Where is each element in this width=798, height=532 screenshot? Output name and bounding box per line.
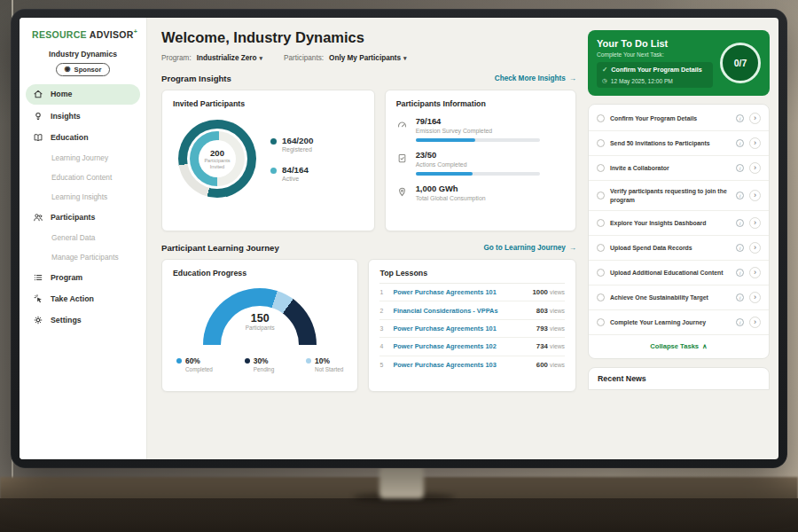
check-more-insights-link[interactable]: Check More Insights →	[495, 74, 576, 82]
completed-dot-icon	[176, 358, 182, 364]
info-icon[interactable]: i	[736, 164, 744, 172]
next-task-datetime: 12 May 2025, 12:00 PM	[611, 78, 673, 84]
chevron-right-icon[interactable]: ›	[749, 317, 761, 328]
lesson-link[interactable]: Power Purchase Agreements 103	[393, 361, 529, 369]
pending-dot-icon	[245, 358, 250, 364]
chevron-right-icon[interactable]: ›	[749, 242, 761, 254]
lesson-row[interactable]: 1 Power Purchase Agreements 101 1000 vie…	[379, 284, 565, 301]
chevron-down-icon: ▾	[259, 55, 262, 62]
info-icon[interactable]: i	[736, 139, 744, 147]
task-row-invite-collaborator[interactable]: Invite a Collaborator i ›	[589, 156, 769, 181]
recent-news-title: Recent News	[598, 374, 646, 383]
legend-item-active: 84/164 Active	[270, 165, 313, 182]
collapse-tasks-link[interactable]: Collapse Tasks ∧	[589, 335, 769, 356]
task-row-achieve-target[interactable]: Achieve One Sustainability Target i ›	[589, 286, 769, 310]
task-row-confirm-program[interactable]: Confirm Your Program Details i ›	[589, 106, 769, 131]
task-checkbox[interactable]	[597, 114, 605, 122]
sidebar-item-program[interactable]: Program	[20, 267, 146, 288]
sidebar-item-learning-insights[interactable]: Learning Insights	[20, 187, 146, 207]
todo-summary-card: Your To Do List Complete Your Next Task:…	[588, 30, 770, 96]
task-row-verify-participants[interactable]: Verify participants requesting to join t…	[589, 181, 769, 211]
task-row-complete-learning-journey[interactable]: Complete Your Learning Journey i ›	[589, 310, 769, 335]
logo-advisor: ADVISOR	[90, 29, 134, 40]
task-checkbox[interactable]	[597, 192, 605, 200]
participants-filter-label: Participants:	[284, 54, 324, 62]
sidebar-item-learning-journey[interactable]: Learning Journey	[20, 148, 146, 168]
lesson-link[interactable]: Power Purchase Agreements 101	[393, 288, 526, 296]
actions-icon	[396, 150, 408, 176]
lesson-row[interactable]: 3 Power Purchase Agreements 101 793 view…	[379, 320, 565, 338]
todo-task-list: Confirm Your Program Details i › Send 50…	[588, 104, 770, 359]
info-icon[interactable]: i	[736, 293, 744, 301]
chevron-right-icon[interactable]: ›	[749, 267, 761, 278]
go-to-learning-journey-link[interactable]: Go to Learning Journey →	[483, 244, 576, 252]
program-icon	[33, 272, 43, 283]
lesson-row[interactable]: 4 Power Purchase Agreements 102 734 view…	[379, 338, 565, 356]
chevron-right-icon[interactable]: ›	[749, 162, 761, 174]
sidebar: RESOURCE ADVISOR+ Industry Dynamics ◉ Sp…	[20, 18, 147, 459]
actions-progress-bar	[416, 172, 540, 176]
info-icon[interactable]: i	[736, 318, 744, 326]
donut-center-value: 200	[210, 148, 224, 158]
todo-subtitle: Complete Your Next Task:	[597, 51, 713, 58]
learning-cards-row: Education Progress 150 Participants 60% …	[161, 259, 576, 392]
task-checkbox[interactable]	[597, 318, 605, 326]
participants-filter-dropdown[interactable]: Only My Participants ▾	[329, 54, 407, 62]
participants-icon	[33, 212, 43, 223]
chevron-right-icon[interactable]: ›	[749, 137, 761, 149]
settings-gear-icon	[33, 315, 43, 325]
main-content: Welcome, Industry Dynamics Program: Indu…	[147, 18, 587, 459]
section-title: Program Insights	[161, 74, 231, 83]
recent-news-card[interactable]: Recent News	[588, 367, 770, 390]
next-task-chip[interactable]: ✓ Confirm Your Program Details ◷ 12 May …	[597, 62, 713, 88]
take-action-icon	[33, 293, 43, 304]
sidebar-item-home[interactable]: Home	[26, 84, 140, 105]
chevron-right-icon[interactable]: ›	[749, 292, 761, 303]
chevron-right-icon[interactable]: ›	[749, 217, 761, 229]
info-icon[interactable]: i	[736, 269, 744, 277]
info-icon[interactable]: i	[736, 114, 744, 122]
sidebar-item-education-content[interactable]: Education Content	[20, 168, 146, 187]
sidebar-item-label: Program	[51, 273, 82, 282]
sidebar-item-take-action[interactable]: Take Action	[20, 288, 146, 309]
chevron-right-icon[interactable]: ›	[749, 113, 761, 124]
legend-item-completed: 60% Completed	[176, 356, 213, 372]
sidebar-item-settings[interactable]: Settings	[20, 309, 146, 331]
sidebar-item-participants[interactable]: Participants	[20, 207, 146, 228]
home-icon	[33, 89, 43, 99]
info-icon[interactable]: i	[736, 192, 744, 200]
registered-dot-icon	[270, 138, 277, 145]
participants-information-card: Participants Information 79/164 Emission…	[385, 90, 576, 231]
task-checkbox[interactable]	[597, 139, 605, 147]
info-icon[interactable]: i	[736, 244, 744, 252]
education-gauge-chart: 150 Participants	[203, 288, 317, 345]
org-name: Industry Dynamics	[20, 50, 146, 59]
gauge-center-value: 150	[203, 312, 317, 325]
task-checkbox[interactable]	[597, 164, 605, 172]
task-checkbox[interactable]	[597, 269, 605, 277]
lesson-link[interactable]: Financial Considerations - VPPAs	[393, 307, 529, 315]
sponsor-icon: ◉	[65, 66, 71, 73]
lesson-row[interactable]: 5 Power Purchase Agreements 103 600 view…	[379, 356, 565, 373]
task-row-upload-educational-content[interactable]: Upload Additional Educational Content i …	[589, 261, 769, 286]
sidebar-item-general-data[interactable]: General Data	[20, 228, 146, 247]
task-checkbox[interactable]	[597, 219, 605, 227]
chevron-right-icon[interactable]: ›	[749, 190, 761, 201]
top-lessons-card: Top Lessons 1 Power Purchase Agreements …	[368, 259, 576, 392]
sidebar-item-label: Insights	[51, 112, 81, 121]
lesson-row[interactable]: 2 Financial Considerations - VPPAs 803 v…	[379, 301, 565, 319]
task-row-upload-spend-data[interactable]: Upload Spend Data Records i ›	[589, 236, 769, 261]
task-checkbox[interactable]	[597, 293, 605, 301]
sidebar-item-manage-participants[interactable]: Manage Participants	[20, 247, 146, 267]
program-filter-dropdown[interactable]: Industrialize Zero ▾	[197, 54, 262, 62]
sidebar-item-education[interactable]: Education	[20, 127, 146, 148]
info-icon[interactable]: i	[736, 219, 744, 227]
lesson-link[interactable]: Power Purchase Agreements 102	[393, 342, 529, 350]
sponsor-badge[interactable]: ◉ Sponsor	[56, 63, 111, 76]
task-checkbox[interactable]	[597, 244, 605, 252]
sidebar-item-insights[interactable]: Insights	[20, 106, 146, 127]
lesson-link[interactable]: Power Purchase Agreements 101	[393, 325, 529, 332]
task-row-explore-insights[interactable]: Explore Your Insights Dashboard i ›	[589, 211, 769, 236]
logo-plus: +	[134, 28, 137, 35]
task-row-send-invitations[interactable]: Send 50 Invitations to Participants i ›	[589, 131, 769, 156]
